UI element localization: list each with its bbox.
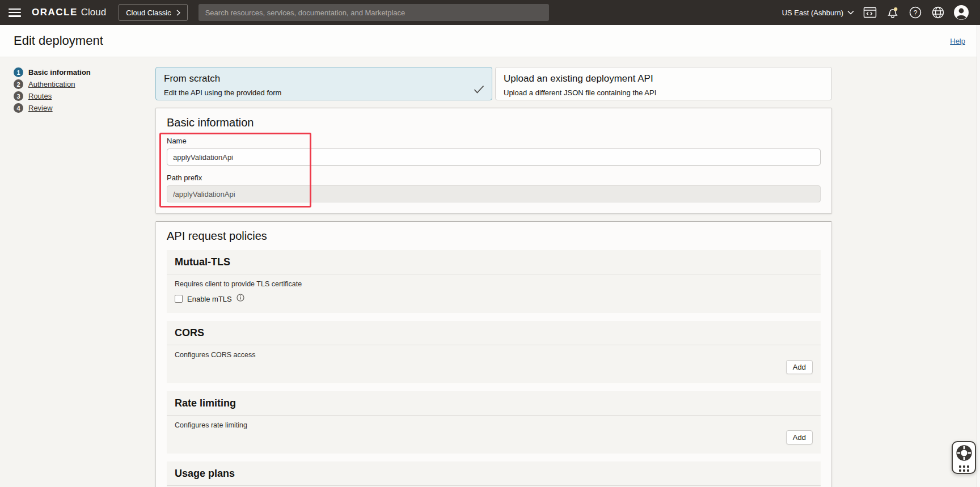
stepper-item-basic-information: 1 Basic information bbox=[14, 67, 91, 77]
option-card-upload-existing[interactable]: Upload an existing deployment API Upload… bbox=[495, 67, 832, 100]
basic-information-heading: Basic information bbox=[167, 116, 821, 129]
policy-description: Requires client to provide TLS certifica… bbox=[175, 280, 813, 288]
option-card-from-scratch[interactable]: From scratch Edit the API using the prov… bbox=[155, 67, 492, 100]
policy-title: Rate limiting bbox=[167, 391, 821, 415]
policy-section-rate-limiting: Rate limiting Configures rate limiting A… bbox=[167, 391, 821, 454]
question-mark-icon[interactable]: ? bbox=[909, 6, 922, 19]
chevron-down-icon bbox=[847, 10, 854, 15]
policy-description: Configures rate limiting bbox=[175, 421, 813, 429]
checkmark-icon bbox=[474, 85, 484, 96]
bell-icon[interactable] bbox=[886, 6, 899, 19]
stepper-item-label[interactable]: Routes bbox=[28, 92, 52, 100]
page-header: Edit deployment Help bbox=[0, 25, 980, 57]
notification-dot bbox=[894, 7, 897, 11]
hamburger-menu-icon[interactable] bbox=[9, 9, 21, 17]
support-assistant-widget[interactable] bbox=[952, 441, 976, 474]
step-number-badge: 1 bbox=[14, 67, 23, 77]
basic-information-card: Basic information Name Path prefix bbox=[155, 108, 832, 214]
main-panel: From scratch Edit the API using the prov… bbox=[155, 67, 832, 487]
source-option-row: From scratch Edit the API using the prov… bbox=[155, 67, 832, 100]
cors-add-button[interactable]: Add bbox=[786, 360, 813, 374]
policy-section-mutual-tls: Mutual-TLS Requires client to provide TL… bbox=[167, 250, 821, 313]
top-navigation-bar: ORACLE Cloud Cloud Classic US East (Ashb… bbox=[0, 0, 980, 25]
option-description: Edit the API using the provided form bbox=[164, 88, 484, 97]
step-number-badge: 4 bbox=[14, 103, 23, 113]
name-field-label: Name bbox=[167, 137, 821, 145]
cloud-classic-label: Cloud Classic bbox=[126, 9, 171, 17]
drag-handle-dots-icon bbox=[959, 465, 969, 472]
option-title: From scratch bbox=[164, 73, 484, 84]
content-area: 1 Basic information 2 Authentication 3 R… bbox=[0, 57, 980, 487]
step-number-badge: 2 bbox=[14, 79, 23, 89]
policy-section-cors: CORS Configures CORS access Add bbox=[167, 321, 821, 383]
rate-limiting-add-button[interactable]: Add bbox=[786, 430, 813, 444]
api-request-policies-card: API request policies Mutual-TLS Requires… bbox=[155, 221, 832, 487]
enable-mtls-checkbox[interactable] bbox=[175, 295, 183, 303]
brand-cloud: Cloud bbox=[81, 7, 106, 18]
scrollbar[interactable] bbox=[977, 25, 980, 487]
option-description: Upload a different JSON file containing … bbox=[504, 88, 823, 97]
stepper-item-review[interactable]: 4 Review bbox=[14, 103, 91, 113]
cloud-classic-button[interactable]: Cloud Classic bbox=[119, 4, 187, 21]
oracle-cloud-logo[interactable]: ORACLE Cloud bbox=[32, 7, 106, 18]
stepper-item-label[interactable]: Review bbox=[28, 104, 53, 112]
page-title: Edit deployment bbox=[14, 33, 103, 48]
policy-description: Configures CORS access bbox=[175, 351, 813, 359]
svg-text:?: ? bbox=[914, 9, 918, 17]
cloud-shell-terminal-icon[interactable] bbox=[863, 6, 877, 19]
path-prefix-field-label: Path prefix bbox=[167, 173, 821, 182]
stepper-item-routes[interactable]: 3 Routes bbox=[14, 91, 91, 101]
option-title: Upload an existing deployment API bbox=[504, 73, 823, 84]
policy-title: CORS bbox=[167, 321, 821, 345]
name-input[interactable] bbox=[167, 149, 821, 166]
info-circle-icon[interactable] bbox=[236, 294, 244, 304]
stepper-item-label: Basic information bbox=[28, 68, 91, 77]
stepper-item-authentication[interactable]: 2 Authentication bbox=[14, 79, 91, 89]
chevron-right-icon bbox=[176, 10, 180, 16]
step-number-badge: 3 bbox=[14, 91, 23, 101]
search-input[interactable] bbox=[198, 4, 549, 21]
user-avatar-icon[interactable] bbox=[954, 5, 969, 20]
help-link[interactable]: Help bbox=[950, 37, 965, 45]
wizard-stepper: 1 Basic information 2 Authentication 3 R… bbox=[14, 67, 91, 115]
enable-mtls-label: Enable mTLS bbox=[187, 295, 232, 303]
policy-title: Mutual-TLS bbox=[167, 250, 821, 274]
stepper-item-label[interactable]: Authentication bbox=[28, 80, 75, 88]
path-prefix-input bbox=[167, 185, 821, 202]
region-selector[interactable]: US East (Ashburn) bbox=[782, 9, 854, 17]
api-request-policies-heading: API request policies bbox=[167, 230, 821, 243]
region-label: US East (Ashburn) bbox=[782, 9, 843, 17]
life-ring-icon bbox=[956, 445, 972, 463]
policy-title: Usage plans bbox=[167, 461, 821, 485]
brand-oracle: ORACLE bbox=[32, 7, 78, 18]
policy-section-usage-plans: Usage plans Configures usage plans Add bbox=[167, 461, 821, 487]
globe-icon[interactable] bbox=[931, 6, 945, 19]
